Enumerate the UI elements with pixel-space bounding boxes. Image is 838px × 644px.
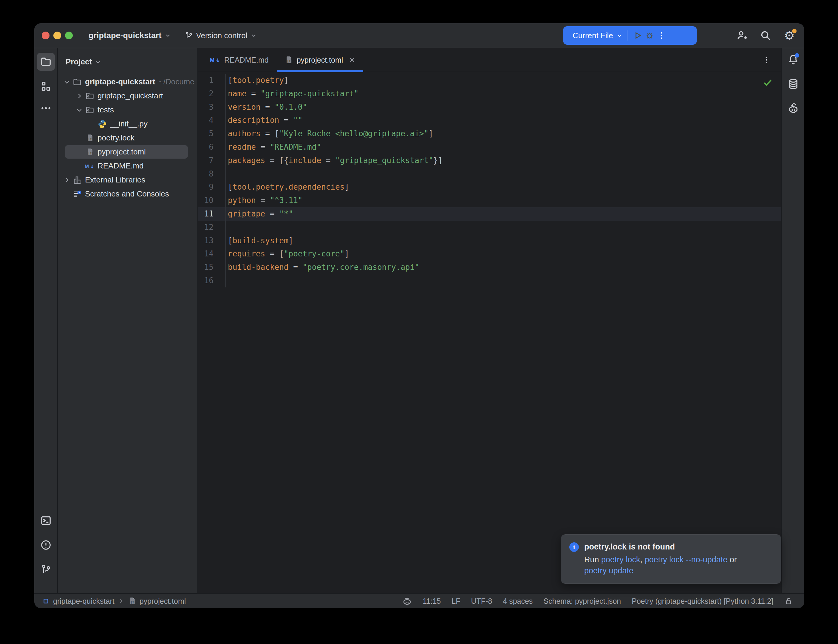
line-number[interactable]: 2 — [198, 87, 226, 100]
tree-item-readme-md[interactable]: MREADME.md — [58, 159, 197, 173]
close-icon — [348, 56, 356, 64]
line-number[interactable]: 6 — [198, 140, 226, 154]
project-tool-button[interactable] — [37, 53, 55, 71]
line-number[interactable]: 15 — [198, 261, 226, 274]
status-line-separator[interactable]: LF — [452, 597, 460, 606]
code-line-7[interactable]: 7packages = [{include = "griptape_quicks… — [198, 154, 781, 167]
close-tab-button[interactable] — [348, 56, 356, 64]
terminal-tool-button[interactable] — [39, 514, 53, 527]
status-interpreter[interactable]: Poetry (griptape-quickstart) [Python 3.1… — [632, 597, 773, 606]
search-everywhere-button[interactable] — [759, 29, 772, 42]
terminal-icon — [40, 514, 52, 527]
file-type-icon: [T] — [85, 147, 95, 157]
code-line-10[interactable]: 10python = "^3.11" — [198, 194, 781, 207]
tree-expand-toggle[interactable] — [74, 90, 85, 101]
notification-link-poetry-lock-no-update[interactable]: poetry lock --no-update — [645, 555, 728, 564]
run-button[interactable] — [632, 30, 644, 41]
tree-item-poetry-lock[interactable]: [T]poetry.lock — [58, 131, 197, 145]
code-line-3[interactable]: 3version = "0.1.0" — [198, 100, 781, 114]
add-user-button[interactable] — [735, 29, 748, 42]
line-number[interactable]: 1 — [198, 74, 226, 87]
notification-link-poetry-update[interactable]: poetry update — [584, 566, 633, 575]
code-line-2[interactable]: 2name = "griptape-quickstart" — [198, 87, 781, 100]
line-number[interactable]: 16 — [198, 274, 226, 288]
copilot-tool-button[interactable] — [787, 102, 800, 115]
inspections-ok-check-icon[interactable] — [762, 77, 773, 89]
status-encoding[interactable]: UTF-8 — [471, 597, 492, 606]
status-cursor-position[interactable]: 11:15 — [423, 597, 441, 606]
markdown-file-icon: M — [85, 162, 95, 171]
tab-pyproject-toml[interactable]: [T]pyproject.toml — [276, 48, 364, 72]
code-line-9[interactable]: 9[tool.poetry.dependencies] — [198, 181, 781, 194]
code-line-6[interactable]: 6readme = "README.md" — [198, 140, 781, 154]
problems-tool-button[interactable] — [39, 539, 53, 552]
copilot-status-button[interactable] — [402, 596, 412, 606]
code-editor[interactable]: 1[tool.poetry]2name = "griptape-quicksta… — [198, 72, 781, 593]
git-tool-button[interactable] — [39, 563, 53, 576]
vcs-widget[interactable]: Version control — [184, 31, 257, 40]
status-schema[interactable]: Schema: pyproject.json — [543, 597, 621, 606]
line-number[interactable]: 4 — [198, 113, 226, 127]
file-type-icon: M — [85, 161, 95, 171]
code-line-8[interactable]: 8 — [198, 167, 781, 181]
database-tool-button[interactable] — [787, 77, 800, 90]
line-number[interactable]: 9 — [198, 181, 226, 194]
breadcrumb-label: pyproject.toml — [140, 597, 186, 606]
structure-tool-button[interactable] — [39, 80, 53, 93]
file-type-icon — [85, 91, 95, 101]
code-line-15[interactable]: 15build-backend = "poetry.core.masonry.a… — [198, 261, 781, 274]
code-line-14[interactable]: 14requires = ["poetry-core"] — [198, 247, 781, 261]
line-number[interactable]: 10 — [198, 194, 226, 207]
more-run-options-button[interactable] — [656, 30, 667, 41]
debug-button[interactable] — [644, 30, 656, 41]
run-configuration-selector[interactable]: Current File — [573, 31, 613, 40]
project-panel-header[interactable]: Project — [58, 48, 197, 66]
notification-link-poetry-lock[interactable]: poetry lock — [601, 555, 640, 564]
code-line-11[interactable]: 11griptape = "*" — [198, 207, 781, 221]
tab-readme-md[interactable]: MREADME.md — [202, 48, 276, 72]
zoom-window-button[interactable] — [65, 31, 73, 39]
chevron-down-icon[interactable] — [616, 32, 623, 39]
code-line-12[interactable]: 12 — [198, 221, 781, 234]
minimize-window-button[interactable] — [53, 31, 61, 39]
close-window-button[interactable] — [42, 31, 49, 39]
line-number[interactable]: 14 — [198, 247, 226, 261]
tree-expand-toggle[interactable] — [74, 105, 85, 115]
code-line-1[interactable]: 1[tool.poetry] — [198, 74, 781, 87]
line-number[interactable]: 13 — [198, 234, 226, 248]
tab-options-button[interactable] — [761, 54, 772, 66]
tree-item-griptape-quickstart[interactable]: griptape_quickstart — [58, 89, 197, 103]
run-widget: Current File — [563, 26, 697, 45]
line-number[interactable]: 12 — [198, 221, 226, 234]
breadcrumb-pyproject-toml[interactable]: [T]pyproject.toml — [128, 596, 186, 606]
code-line-5[interactable]: 5authors = ["Kyle Roche <hello@griptape.… — [198, 127, 781, 140]
tree-item-pyproject-toml[interactable]: [T]pyproject.toml — [58, 145, 197, 159]
copilot-icon — [402, 596, 412, 606]
settings-button[interactable]: ⚙ — [783, 29, 796, 42]
tree-item-label: pyproject.toml — [97, 147, 146, 156]
tree-expand-toggle[interactable] — [61, 175, 72, 186]
tree-item--init-py[interactable]: __init__.py — [58, 117, 197, 131]
notifications-tool-button[interactable] — [787, 53, 800, 66]
code-line-13[interactable]: 13[build-system] — [198, 234, 781, 248]
notification-badge — [795, 53, 799, 58]
tree-item-tests[interactable]: tests — [58, 103, 197, 117]
line-number[interactable]: 7 — [198, 154, 226, 167]
line-number[interactable]: 3 — [198, 100, 226, 114]
line-number[interactable]: 11 — [198, 207, 226, 221]
tree-item-scratches-and-consoles[interactable]: Scratches and Consoles — [58, 187, 197, 201]
code-line-16[interactable]: 16 — [198, 274, 781, 288]
code-line-4[interactable]: 4description = "" — [198, 113, 781, 127]
line-number[interactable]: 8 — [198, 167, 226, 181]
status-indent[interactable]: 4 spaces — [503, 597, 532, 606]
tree-expand-toggle[interactable] — [61, 77, 72, 87]
more-tool-windows-button[interactable] — [39, 102, 53, 115]
readonly-toggle-button[interactable] — [784, 596, 793, 606]
breadcrumb-griptape-quickstart[interactable]: griptape-quickstart — [42, 597, 115, 606]
line-number[interactable]: 5 — [198, 127, 226, 140]
tree-item-external-libraries[interactable]: External Libraries — [58, 173, 197, 187]
project-widget[interactable]: griptape-quickstart — [89, 31, 171, 40]
tree-item-griptape-quickstart[interactable]: griptape-quickstart~/Docume — [58, 75, 197, 89]
code-text: readme = "README.md" — [226, 140, 321, 154]
module-icon — [42, 597, 50, 605]
